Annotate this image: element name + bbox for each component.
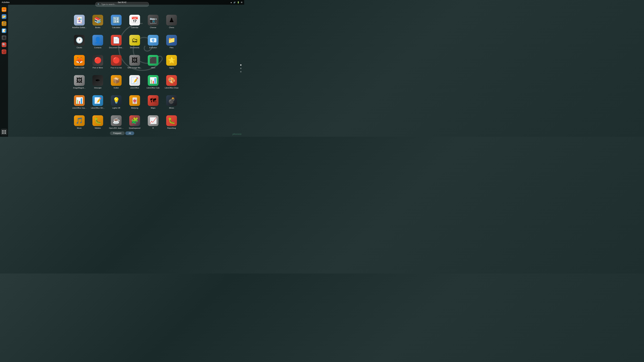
app-item-documents[interactable]: 🗂Documents <box>126 33 143 52</box>
app-label-evolution: Evolution <box>149 46 157 49</box>
app-icon-hitori: ⬛ <box>148 55 158 66</box>
bottom-tab-bar: Frequent All <box>110 131 134 135</box>
app-icon-books: 📚 <box>92 15 103 25</box>
app-item-reportbug[interactable]: 🐛Reportbug <box>163 114 180 132</box>
app-icon-fourinrow: 🔴 <box>111 55 122 66</box>
app-item-imagemagick[interactable]: 🖼ImageMagick... <box>71 74 88 92</box>
app-icon-clocks: 🕐 <box>74 35 85 45</box>
app-label-files: Files <box>170 46 174 49</box>
app-item-books[interactable]: 📚Books <box>90 13 106 32</box>
app-icon-mines: 💣 <box>166 95 177 106</box>
page-indicators <box>240 64 242 72</box>
app-item-mines[interactable]: 💣Mines <box>163 94 180 112</box>
app-item-firefox[interactable]: 🦊Firefox ESR <box>71 54 88 72</box>
app-icon-lowriter: 📝 <box>92 95 103 106</box>
app-icon-libreoffice: 📝 <box>129 75 140 86</box>
app-item-docviewer[interactable]: 📄Document View... <box>108 33 124 52</box>
app-label-documents: Documents <box>130 46 139 49</box>
app-grid: 🃏AisleRiot Solitai...📚Books🔢Calculator📅C… <box>10 10 241 130</box>
app-label-kolibri: Kolibri <box>114 87 119 89</box>
app-item-libreoffice[interactable]: 📝LibreOffice <box>126 74 143 92</box>
app-icon-calculator: 🔢 <box>111 15 122 25</box>
app-icon-fiveormore: 🔴 <box>92 55 103 66</box>
apps-grid-icon <box>2 130 6 134</box>
sidebar-item-6[interactable]: 🔍 <box>1 41 7 48</box>
sidebar-item-3[interactable]: 🎵 <box>1 20 7 27</box>
app-item-aisleriot[interactable]: 🃏AisleRiot Solitai... <box>71 13 88 32</box>
app-icon-openjdk: ☕ <box>111 115 122 126</box>
search-bar[interactable]: 🔍 <box>95 2 149 7</box>
page-dot-1[interactable] <box>240 64 242 66</box>
app-item-files[interactable]: 📁Files <box>163 33 180 52</box>
show-apps-button[interactable] <box>1 129 7 135</box>
app-item-inkscape[interactable]: ✒Inkscape <box>90 74 106 92</box>
activities-button[interactable]: Activities <box>2 1 10 3</box>
app-icon-docviewer: 📄 <box>111 35 122 45</box>
app-item-chess[interactable]: ♟Chess <box>163 13 180 32</box>
app-item-lightsoff[interactable]: 💡Lights Off <box>108 94 124 112</box>
app-item-r[interactable]: 📈R <box>145 114 162 132</box>
app-item-localc[interactable]: 📊LibreOffice Calc <box>145 74 162 92</box>
app-icon-cheese: 📷 <box>148 15 158 25</box>
app-item-hitori[interactable]: ⬛Hitori <box>145 54 162 72</box>
app-item-mahjong[interactable]: 🀄Mahjong <box>126 94 143 112</box>
app-item-loimpress[interactable]: 📊LibreOffice Imp... <box>71 94 88 112</box>
app-label-mahjong: Mahjong <box>131 107 138 109</box>
sidebar-item-7[interactable]: 🛡 <box>1 49 7 55</box>
app-item-fiveormore[interactable]: 🔴Five or More <box>90 54 106 72</box>
sidebar-item-2[interactable]: 📂 <box>1 13 7 20</box>
sidebar-item-firefox[interactable]: 🦊 <box>1 6 7 13</box>
app-item-iagno[interactable]: ⭐Iagno <box>163 54 180 72</box>
app-label-r: R <box>152 127 154 129</box>
app-item-lodraw[interactable]: 🎨LibreOffice Draw <box>163 74 180 92</box>
app-icon-gnuimage: 🖼 <box>129 55 140 66</box>
app-icon-evolution: 📧 <box>148 35 158 45</box>
page-dot-2[interactable] <box>240 68 242 69</box>
app-item-calendar[interactable]: 📅Calendar <box>126 13 143 32</box>
app-label-docviewer: Document View... <box>109 46 123 49</box>
app-item-openjdk[interactable]: ☕OpenJDK Java ... <box>108 114 124 132</box>
app-icon-chess: ♟ <box>166 15 177 25</box>
tab-frequent[interactable]: Frequent <box>110 131 124 135</box>
sidebar-item-5[interactable]: ⚙ <box>1 34 7 41</box>
search-input[interactable] <box>101 3 147 5</box>
app-icon-r: 📈 <box>148 115 158 126</box>
app-label-clocks: Clocks <box>76 46 82 49</box>
app-label-contacts: Contacts <box>94 46 101 49</box>
settings-icon[interactable]: ⚙ <box>241 1 242 3</box>
app-label-firefox: Firefox ESR <box>74 67 84 69</box>
sidebar-item-4[interactable]: 📝 <box>1 27 7 34</box>
app-icon-aisleriot: 🃏 <box>74 15 85 25</box>
app-item-kolibri[interactable]: 📦Kolibri <box>108 74 124 92</box>
tab-all[interactable]: All <box>125 131 134 135</box>
app-icon-quadrapassel: 🧩 <box>129 115 140 126</box>
app-item-fourinrow[interactable]: 🔴Four-in-a-row <box>108 54 124 72</box>
app-icon-loimpress: 📊 <box>74 95 85 106</box>
app-label-libreoffice: LibreOffice <box>130 87 139 89</box>
app-item-quadrapassel[interactable]: 🧩Quadrapassel <box>126 114 143 132</box>
app-item-nibbles[interactable]: 🐛Nibbles <box>90 114 106 132</box>
app-item-music[interactable]: 🎵Music <box>71 114 88 132</box>
app-label-iagno: Iagno <box>169 67 174 69</box>
app-item-clocks[interactable]: 🕐Clocks <box>71 33 88 52</box>
app-item-contacts[interactable]: 👤Contacts <box>90 33 106 52</box>
topbar-status-area: ▲ 🔊 🔋 ⚙ <box>230 1 242 3</box>
app-label-calculator: Calculator <box>112 26 120 29</box>
app-icon-reportbug: 🐛 <box>166 115 177 126</box>
network-icon: ▲ <box>230 1 232 3</box>
app-item-lowriter[interactable]: 📝LibreOffice Wri... <box>90 94 106 112</box>
app-icon-documents: 🗂 <box>129 35 140 45</box>
app-item-calculator[interactable]: 🔢Calculator <box>108 13 124 32</box>
page-dot-3[interactable] <box>240 71 242 72</box>
volume-icon: 🔊 <box>234 1 236 3</box>
app-label-chess: Chess <box>169 26 174 29</box>
app-label-gnuimage: GNU Image Ma... <box>128 67 142 69</box>
app-item-maps[interactable]: 🗺Maps <box>145 94 162 112</box>
app-item-evolution[interactable]: 📧Evolution <box>145 33 162 52</box>
sidebar-dash: 🦊 📂 🎵 📝 ⚙ 🔍 🛡 <box>0 5 8 137</box>
app-label-music: Music <box>77 127 82 129</box>
app-label-localc: LibreOffice Calc <box>146 87 160 89</box>
app-label-nibbles: Nibbles <box>95 127 101 129</box>
app-item-cheese[interactable]: 📷Cheese <box>145 13 162 32</box>
app-item-gnuimage[interactable]: 🖼GNU Image Ma... <box>126 54 143 72</box>
